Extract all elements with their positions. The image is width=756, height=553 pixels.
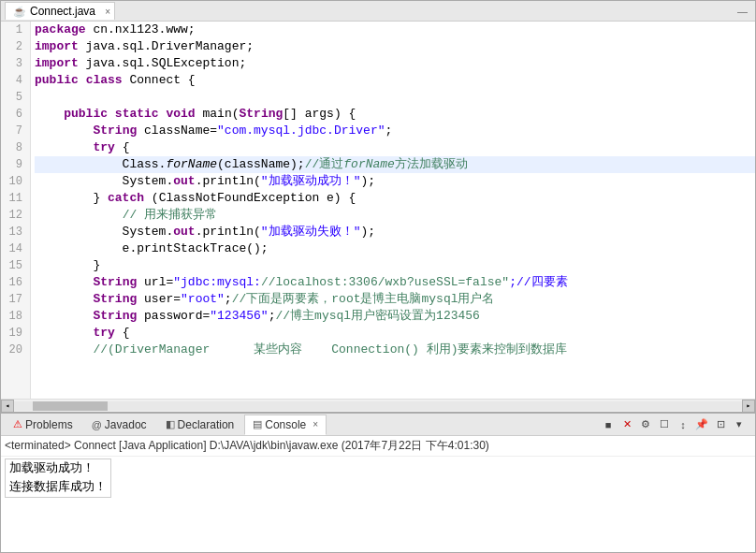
clear-btn[interactable]: ☐ (656, 416, 673, 433)
code-line[interactable]: package cn.nxl123.www; (35, 22, 755, 38)
code-line[interactable]: String className="com.mysql.jdbc.Driver"… (35, 123, 755, 139)
view-menu-btn[interactable]: ▾ (731, 416, 748, 433)
console-tab-close[interactable]: × (313, 419, 318, 429)
stop-btn[interactable]: ■ (600, 416, 617, 433)
line-number: 14 (8, 240, 22, 257)
editor-tab[interactable]: ☕ Connect.java × (5, 2, 115, 20)
code-line[interactable]: try { (35, 325, 755, 342)
code-line[interactable]: // 用来捕获异常 (35, 207, 755, 224)
line-number: 16 (8, 274, 22, 291)
console-label: Console (265, 418, 306, 431)
output-line-2: 连接数据库成功！ (9, 480, 107, 494)
tab-close-icon[interactable]: × (105, 7, 110, 17)
scroll-thumb[interactable] (33, 401, 108, 411)
line-number: 12 (8, 207, 22, 224)
line-number: 2 (8, 38, 22, 55)
console-line-1: 加载驱动成功！ 连接数据库成功！ (5, 458, 751, 498)
title-bar: ☕ Connect.java × — (1, 1, 755, 22)
line-number: 6 (8, 106, 22, 123)
code-line[interactable]: import java.sql.DriverManager; (35, 38, 755, 55)
console-icon: ▤ (253, 418, 262, 430)
output-line-1: 加载驱动成功！ (9, 461, 94, 475)
code-line[interactable] (35, 89, 755, 106)
code-line[interactable]: try { (35, 139, 755, 156)
code-line[interactable]: e.printStackTrace(); (35, 240, 755, 257)
line-number: 18 (8, 308, 22, 325)
horizontal-scrollbar[interactable]: ◂ ▸ (1, 399, 755, 412)
code-line[interactable]: public static void main(String[] args) { (35, 106, 755, 123)
tab-console[interactable]: ▤ Console × (244, 415, 327, 435)
line-number: 15 (8, 257, 22, 274)
tab-javadoc[interactable]: @ Javadoc (83, 415, 155, 435)
pin-btn[interactable]: 📌 (693, 416, 710, 433)
minimize-window-icon[interactable]: — (737, 6, 748, 17)
line-number: 1 (8, 22, 22, 38)
terminate-btn[interactable]: ✕ (618, 416, 635, 433)
line-number: 4 (8, 72, 22, 89)
title-bar-right: — (737, 6, 751, 17)
line-number: 13 (8, 224, 22, 240)
line-number: 8 (8, 139, 22, 156)
code-line[interactable]: System.out.println("加载驱动成功！"); (35, 173, 755, 190)
console-header-text: <terminated> Connect [Java Application] … (5, 439, 489, 452)
code-line[interactable]: String user="root";//下面是两要素，root是博主电脑mys… (35, 291, 755, 308)
scroll-track[interactable] (14, 401, 742, 411)
line-number: 9 (8, 156, 22, 173)
scroll-left-btn[interactable]: ◂ (1, 400, 14, 413)
console-output: 加载驱动成功！ 连接数据库成功！ (1, 457, 755, 552)
bottom-panel: ⚠ Problems @ Javadoc ◧ Declaration ▤ Con… (1, 412, 755, 552)
javadoc-label: Javadoc (105, 418, 147, 431)
line-number: 3 (8, 55, 22, 72)
code-line[interactable]: } (35, 257, 755, 274)
declaration-icon: ◧ (166, 418, 175, 430)
file-icon: ☕ (13, 6, 26, 18)
console-header: <terminated> Connect [Java Application] … (1, 436, 755, 457)
console-toolbar: ■ ✕ ⚙ ☐ ↕ 📌 ⊡ ▾ (600, 416, 751, 433)
code-line[interactable]: Class.forName(className);//通过forName方法加载… (35, 156, 755, 173)
bottom-tab-bar: ⚠ Problems @ Javadoc ◧ Declaration ▤ Con… (1, 414, 755, 436)
code-line[interactable]: String password="123456";//博主mysql用户密码设置… (35, 308, 755, 325)
scroll-lock-btn[interactable]: ↕ (675, 416, 691, 433)
line-number: 10 (8, 173, 22, 190)
tab-label: Connect.java (30, 5, 95, 18)
editor-window: ☕ Connect.java × — 123456789101112131415… (0, 0, 756, 553)
scroll-right-btn[interactable]: ▸ (742, 400, 755, 413)
code-line[interactable]: } catch (ClassNotFoundException e) { (35, 190, 755, 207)
line-number: 20 (8, 342, 22, 358)
line-number: 19 (8, 325, 22, 342)
code-content[interactable]: package cn.nxl123.www;import java.sql.Dr… (31, 22, 755, 399)
line-numbers: 1234567891011121314151617181920 (1, 22, 31, 399)
code-line[interactable]: System.out.println("加载驱动失败！"); (35, 224, 755, 240)
line-number: 11 (8, 190, 22, 207)
code-line[interactable]: public class Connect { (35, 72, 755, 89)
debug-btn[interactable]: ⚙ (637, 416, 654, 433)
line-number: 7 (8, 123, 22, 139)
problems-icon: ⚠ (13, 418, 22, 430)
tab-problems[interactable]: ⚠ Problems (5, 415, 81, 435)
maximize-btn[interactable]: ⊡ (712, 416, 729, 433)
declaration-label: Declaration (178, 418, 235, 431)
javadoc-icon: @ (92, 419, 102, 430)
tab-declaration[interactable]: ◧ Declaration (157, 415, 243, 435)
code-line[interactable]: import java.sql.SQLException; (35, 55, 755, 72)
code-area: 1234567891011121314151617181920 package … (1, 22, 755, 399)
code-line[interactable]: //(DriverManager 某些内容 Connection() 利用)要素… (35, 342, 755, 358)
console-output-box: 加载驱动成功！ 连接数据库成功！ (5, 458, 111, 498)
code-line[interactable]: String url="jdbc:mysql://localhost:3306/… (35, 274, 755, 291)
line-number: 5 (8, 89, 22, 106)
problems-label: Problems (25, 418, 73, 431)
line-number: 17 (8, 291, 22, 308)
